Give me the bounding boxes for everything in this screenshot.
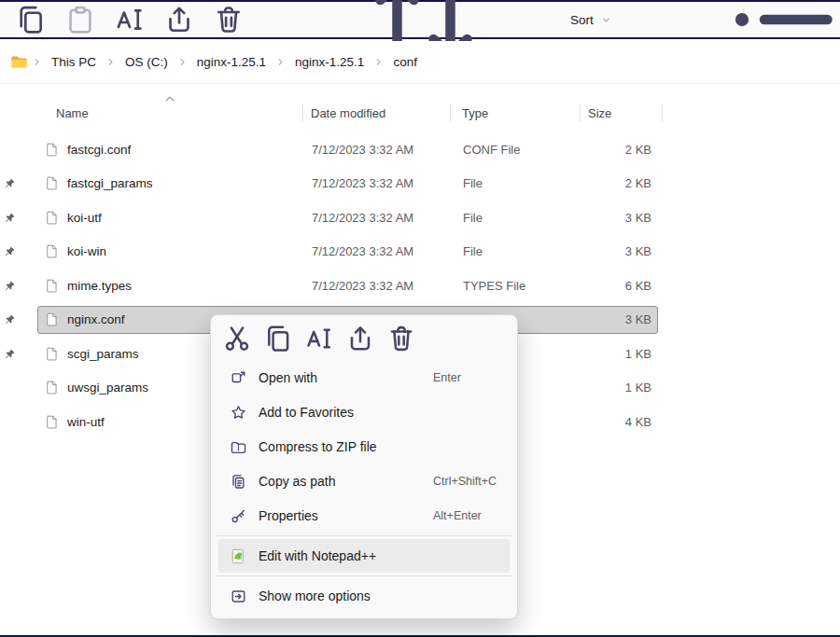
file-icon (44, 414, 60, 430)
delete-icon (385, 269, 418, 409)
file-size: 3 KB (581, 211, 657, 225)
pin-gutter (0, 405, 37, 439)
file-size: 1 KB (581, 347, 657, 361)
breadcrumb-item-nginx-1-25-1[interactable]: nginx-1.25.1 (190, 51, 273, 73)
file-size: 3 KB (581, 312, 657, 326)
notepad-plus-plus-icon (230, 547, 247, 565)
column-header-name[interactable]: Name (37, 99, 303, 127)
breadcrumb-item-nginx-1-25-1[interactable]: nginx-1.25.1 (288, 51, 371, 73)
share-button[interactable] (343, 324, 377, 353)
file-name: nginx.conf (67, 312, 125, 326)
file-row-koi-utf[interactable]: koi-utf 7/12/2023 3:32 AM File 3 KB (0, 201, 840, 235)
copy-button[interactable] (261, 324, 295, 353)
column-header-date-modified[interactable]: Date modified (303, 99, 451, 127)
file-type: TYPES File (452, 279, 581, 293)
sort-button[interactable]: Sort (274, 5, 622, 35)
file-icon (44, 175, 60, 191)
shortcut-label: Ctrl+Shift+C (433, 475, 498, 488)
pin-icon (4, 212, 16, 224)
file-name: fastcgi.conf (67, 143, 131, 157)
pin-gutter (0, 167, 37, 201)
pin-icon (4, 245, 16, 257)
menu-item-properties[interactable]: Properties Alt+Enter (218, 499, 510, 533)
share-icon (343, 269, 377, 409)
menu-item-label: Copy as path (259, 474, 336, 489)
menu-item-label: Properties (259, 508, 318, 523)
file-name: koi-win (67, 244, 106, 258)
file-date-modified: 7/12/2023 3:32 AM (304, 211, 452, 225)
file-row-fastcgi-params[interactable]: fastcgi_params 7/12/2023 3:32 AM File 2 … (0, 167, 840, 201)
chevron-right-icon (32, 57, 42, 67)
copy-button[interactable] (13, 5, 49, 35)
file-size: 2 KB (581, 176, 657, 190)
chevron-right-icon (275, 57, 286, 67)
menu-item-compress-to-zip-file[interactable]: Compress to ZIP file (218, 430, 510, 464)
breadcrumb-separator (373, 57, 384, 67)
file-name: scgi_params (67, 347, 139, 361)
menu-item-show-more-options[interactable]: Show more options (218, 579, 510, 613)
file-icon (44, 142, 60, 158)
rename-button[interactable] (302, 324, 336, 353)
open-with-icon (230, 369, 247, 387)
file-size: 4 KB (581, 415, 657, 429)
file-icon (44, 312, 60, 327)
breadcrumb-item-this-pc[interactable]: This PC (45, 51, 103, 73)
address-bar: This PCOS (C:)nginx-1.25.1nginx-1.25.1co… (0, 41, 840, 84)
pin-gutter (0, 201, 37, 235)
menu-item-label: Edit with Notepad++ (259, 548, 376, 563)
cut-button[interactable] (220, 324, 254, 353)
show-more-icon (230, 588, 247, 605)
file-name: uwsgi_params (67, 381, 148, 395)
shortcut-label: Enter (433, 371, 498, 384)
file-size: 1 KB (581, 381, 657, 395)
sort-label: Sort (570, 13, 594, 27)
delete-button[interactable] (385, 324, 418, 353)
folder-icon (9, 52, 29, 72)
pin-gutter (0, 337, 37, 371)
pin-gutter (0, 132, 37, 167)
file-icon (44, 210, 60, 226)
menu-item-label: Open with (259, 370, 317, 385)
file-name: fastcgi_params (67, 176, 153, 190)
column-header-type[interactable]: Type (451, 99, 581, 127)
file-row-mime-types[interactable]: mime.types 7/12/2023 3:32 AM TYPES File … (0, 269, 840, 303)
menu-item-label: Add to Favorites (259, 405, 354, 420)
file-type: File (452, 176, 581, 190)
file-row-fastcgi-conf[interactable]: fastcgi.conf 7/12/2023 3:32 AM CONF File… (0, 132, 840, 167)
properties-icon (230, 507, 247, 525)
breadcrumb-item-conf[interactable]: conf (386, 51, 424, 73)
delete-button[interactable] (211, 5, 246, 35)
breadcrumb-separator (177, 57, 188, 67)
chevron-down-icon (600, 14, 612, 26)
pin-icon (4, 280, 16, 292)
file-name: win-utf (67, 415, 105, 429)
paste-button[interactable] (63, 5, 98, 35)
pin-icon (4, 348, 16, 360)
share-button[interactable] (161, 5, 197, 35)
breadcrumb-items: This PCOS (C:)nginx-1.25.1nginx-1.25.1co… (29, 51, 424, 73)
file-name: koi-utf (67, 211, 102, 225)
column-header-size[interactable]: Size (581, 99, 663, 127)
file-icon (44, 346, 60, 362)
cut-icon (220, 269, 254, 409)
breadcrumb-item-os-c[interactable]: OS (C:) (119, 51, 175, 73)
file-name: mime.types (67, 279, 132, 293)
menu-divider (217, 535, 511, 536)
file-row-koi-win[interactable]: koi-win 7/12/2023 3:32 AM File 3 KB (0, 235, 840, 270)
pin-icon (4, 313, 16, 325)
context-menu: Open with Enter Add to Favorites Compres… (210, 314, 518, 619)
pin-gutter (0, 371, 37, 406)
menu-item-label: Compress to ZIP file (259, 439, 377, 454)
pin-gutter (0, 235, 37, 270)
breadcrumb-separator (275, 57, 286, 67)
pin-icon (4, 177, 16, 189)
shortcut-label: Alt+Enter (433, 509, 498, 522)
view-button[interactable]: View (635, 5, 840, 35)
menu-item-edit-with-notepad[interactable]: Edit with Notepad++ (218, 539, 510, 573)
rename-button[interactable] (112, 5, 147, 35)
menu-item-copy-as-path[interactable]: Copy as path Ctrl+Shift+C (218, 464, 510, 498)
rename-icon (302, 269, 336, 409)
menu-item-label: Show more options (259, 589, 371, 603)
chevron-right-icon (373, 57, 384, 67)
file-type: File (452, 244, 581, 258)
